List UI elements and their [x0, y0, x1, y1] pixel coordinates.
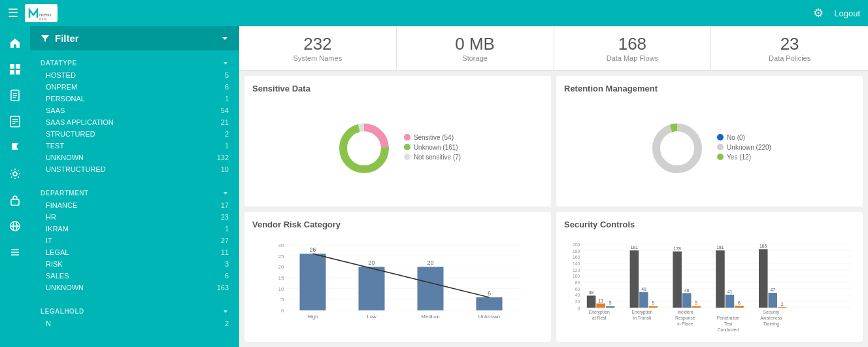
- svg-text:180: 180: [573, 249, 580, 254]
- nav-report[interactable]: [3, 110, 27, 133]
- svg-text:38: 38: [589, 291, 594, 295]
- filter-item[interactable]: STRUCTURED2: [30, 128, 239, 140]
- filter-sections: DATATYPEHOSTED5ONPREM6PERSONAL1SAAS54SAA…: [30, 50, 239, 335]
- svg-text:185: 185: [760, 244, 767, 249]
- svg-text:Training: Training: [763, 322, 779, 327]
- svg-rect-115: [778, 307, 787, 308]
- svg-text:0: 0: [281, 308, 284, 314]
- donut-chart: [335, 119, 393, 178]
- filter-item[interactable]: N2: [30, 318, 239, 329]
- svg-text:2: 2: [781, 302, 784, 306]
- filter-header[interactable]: Filter: [30, 26, 239, 50]
- logout-button[interactable]: Logout: [834, 8, 860, 18]
- filter-item[interactable]: LEGAL11: [30, 246, 239, 258]
- donut-wrapper: No (0)Unknown (220)Yes (12): [648, 119, 771, 178]
- topbar-right: ⚙ Logout: [813, 6, 860, 20]
- filter-item[interactable]: HOSTED5: [30, 69, 239, 81]
- card-title: Security Controls: [564, 220, 855, 229]
- nav-home[interactable]: [3, 31, 27, 55]
- stat-label: Data Map Flows: [607, 54, 658, 62]
- logo-svg: meru data: [27, 6, 56, 20]
- svg-text:181: 181: [716, 246, 724, 250]
- filter-item-count: 3: [225, 260, 229, 268]
- nav-dashboard[interactable]: [3, 58, 27, 81]
- bar-chart: 05101520253026High20Low20Medium6Unknown: [252, 239, 543, 330]
- section-chevron-icon[interactable]: [222, 190, 229, 197]
- card-content: 05101520253026High20Low20Medium6Unknown: [252, 235, 543, 335]
- filter-item[interactable]: FINANCE17: [30, 199, 239, 211]
- nav-list[interactable]: [3, 240, 27, 264]
- donut-legend: No (0)Unknown (220)Yes (12): [717, 134, 771, 163]
- svg-rect-51: [476, 297, 503, 310]
- svg-text:60: 60: [575, 287, 580, 291]
- legend-label: Unknown (220): [727, 144, 771, 151]
- svg-text:Conducted: Conducted: [718, 327, 739, 331]
- filter-item-label: UNKNOWN: [46, 284, 84, 291]
- svg-point-14: [13, 172, 17, 176]
- filter-item[interactable]: UNKNOWN132: [30, 152, 239, 163]
- svg-line-54: [313, 254, 490, 297]
- filter-item-count: 1: [225, 225, 229, 233]
- card-content: 02040608010012014016018020038135Encrypti…: [564, 235, 855, 335]
- svg-text:data: data: [39, 17, 47, 20]
- filter-item[interactable]: ONPREM6: [30, 81, 239, 93]
- svg-rect-87: [639, 292, 648, 308]
- filter-panel: Filter DATATYPEHOSTED5ONPREM6PERSONAL1SA…: [30, 26, 239, 347]
- section-chevron-icon[interactable]: [222, 60, 229, 67]
- topbar: ☰ meru data ⚙ Logout: [0, 0, 868, 26]
- legend-item: Sensitive (54): [404, 134, 461, 141]
- settings-icon[interactable]: ⚙: [813, 6, 824, 20]
- svg-text:High: High: [307, 314, 318, 320]
- nav-document[interactable]: [3, 84, 27, 107]
- legend-item: Unknown (161): [404, 144, 461, 151]
- legend-label: No (0): [727, 134, 745, 141]
- svg-text:Penetration: Penetration: [717, 316, 740, 320]
- nav-flag[interactable]: [3, 136, 27, 159]
- svg-rect-111: [759, 250, 768, 308]
- svg-text:5: 5: [281, 297, 284, 303]
- nav-settings[interactable]: [3, 162, 27, 186]
- menu-icon[interactable]: ☰: [8, 6, 18, 20]
- filter-item[interactable]: SAAS APPLICATION21: [30, 116, 239, 128]
- filter-item[interactable]: UNKNOWN163: [30, 282, 239, 293]
- filter-item-label: LEGAL: [46, 248, 69, 256]
- legend-label: Unknown (161): [414, 144, 458, 151]
- nav-globe[interactable]: [3, 214, 27, 238]
- topbar-left: ☰ meru data: [8, 4, 58, 22]
- legend-item: Not sensitive (7): [404, 154, 461, 161]
- filter-item[interactable]: PERSONAL1: [30, 93, 239, 105]
- stat-item: 0 MBStorage: [397, 26, 554, 70]
- filter-item-count: 132: [217, 154, 229, 161]
- section-chevron-icon[interactable]: [222, 308, 229, 315]
- filter-section-title: LEGALHOLD: [30, 304, 239, 318]
- card-title: Vendor Risk Category: [252, 220, 543, 229]
- svg-rect-104: [726, 295, 735, 308]
- filter-item[interactable]: SALES6: [30, 270, 239, 282]
- filter-item-count: 1: [225, 142, 229, 150]
- nav-lock[interactable]: [3, 188, 27, 212]
- svg-text:49: 49: [641, 287, 646, 291]
- filter-item[interactable]: IT27: [30, 235, 239, 246]
- filter-item[interactable]: RISK3: [30, 258, 239, 270]
- filter-item[interactable]: IKRAM1: [30, 223, 239, 235]
- svg-text:Response: Response: [675, 316, 695, 321]
- nav-sidebar: [0, 26, 30, 347]
- filter-item[interactable]: TEST1: [30, 140, 239, 152]
- logo: meru data: [25, 4, 58, 22]
- stats-bar: 232System Names0 MBStorage168Data Map Fl…: [239, 26, 868, 71]
- svg-text:47: 47: [770, 288, 775, 292]
- filter-icon: [41, 34, 50, 43]
- filter-item[interactable]: SAAS54: [30, 105, 239, 116]
- svg-text:0: 0: [577, 306, 580, 310]
- legend-dot: [404, 154, 410, 160]
- dashboard-grid: Sensitive DataSensitive (54)Unknown (161…: [239, 71, 868, 347]
- filter-item-count: 21: [221, 118, 229, 126]
- svg-text:Low: Low: [367, 314, 376, 320]
- svg-rect-97: [692, 306, 701, 308]
- filter-item[interactable]: HR23: [30, 211, 239, 223]
- chevron-down-icon: [221, 35, 229, 42]
- svg-text:200: 200: [573, 242, 580, 247]
- filter-header-left: Filter: [41, 33, 79, 44]
- filter-item[interactable]: UNSTRUCTURED10: [30, 163, 239, 175]
- content-area: 232System Names0 MBStorage168Data Map Fl…: [239, 26, 868, 347]
